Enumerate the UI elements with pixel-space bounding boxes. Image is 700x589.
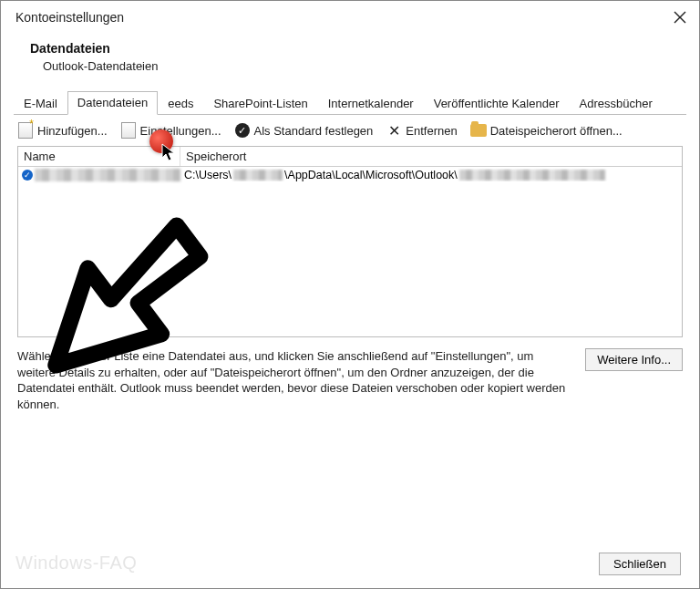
- default-check-icon: ✓: [18, 170, 35, 181]
- datafiles-list[interactable]: Name Speicherort ✓ C:\Users\ \AppData\Lo…: [17, 146, 683, 337]
- close-icon[interactable]: [672, 9, 688, 26]
- tab-feeds[interactable]: eeds: [158, 92, 203, 115]
- header-block: Datendateien Outlook-Datendateien: [1, 34, 699, 89]
- header-subtitle: Outlook-Datendateien: [30, 59, 670, 73]
- settings-button[interactable]: Einstellungen...: [120, 122, 221, 139]
- add-button[interactable]: Hinzufügen...: [17, 122, 108, 139]
- tab-internet-calendar[interactable]: Internetkalender: [318, 92, 424, 115]
- tabstrip: E-Mail Datendateien eeds SharePoint-List…: [14, 89, 686, 115]
- window-title: Kontoeinstellungen: [15, 10, 124, 25]
- col-name[interactable]: Name: [18, 147, 180, 166]
- hint-text: Wählen Sie in der Liste eine Datendatei …: [17, 348, 572, 412]
- settings-label: Einstellungen...: [140, 124, 221, 138]
- titlebar: Kontoeinstellungen: [1, 1, 699, 34]
- table-row[interactable]: ✓ C:\Users\ \AppData\Local\Microsoft\Out…: [18, 167, 682, 183]
- folder-open-icon: [470, 122, 487, 139]
- set-default-button[interactable]: ✓ Als Standard festlegen: [234, 122, 374, 139]
- header-title: Datendateien: [30, 41, 670, 56]
- row-name-blurred: [35, 169, 180, 181]
- loc-tail-blurred: [459, 170, 605, 181]
- page-gear-icon: [120, 122, 137, 139]
- open-location-button[interactable]: Dateispeicherort öffnen...: [470, 122, 623, 139]
- loc-mid: \AppData\Local\Microsoft\Outlook\: [284, 169, 458, 181]
- close-button[interactable]: Schließen: [599, 553, 681, 575]
- tab-address-books[interactable]: Adressbücher: [570, 92, 663, 115]
- check-circle-icon: ✓: [234, 122, 251, 139]
- hint-row: Wählen Sie in der Liste eine Datendatei …: [1, 337, 699, 419]
- add-label: Hinzufügen...: [37, 124, 108, 138]
- toolbar: Hinzufügen... Einstellungen... ✓ Als Sta…: [1, 115, 699, 146]
- col-location[interactable]: Speicherort: [180, 147, 682, 166]
- tab-sharepoint[interactable]: SharePoint-Listen: [203, 92, 317, 115]
- more-info-button[interactable]: Weitere Info...: [585, 348, 683, 371]
- setdefault-label: Als Standard festlegen: [254, 124, 374, 138]
- row-location: C:\Users\ \AppData\Local\Microsoft\Outlo…: [184, 169, 682, 181]
- tab-published-calendars[interactable]: Veröffentlichte Kalender: [424, 92, 570, 115]
- remove-label: Entfernen: [406, 124, 457, 138]
- openloc-label: Dateispeicherort öffnen...: [490, 124, 623, 138]
- list-header: Name Speicherort: [18, 147, 682, 167]
- tab-datafiles[interactable]: Datendateien: [67, 91, 158, 115]
- page-add-icon: [17, 122, 34, 139]
- remove-x-icon: ✕: [386, 122, 402, 139]
- remove-button[interactable]: ✕ Entfernen: [386, 122, 457, 139]
- bottom-bar: Schließen: [1, 539, 699, 588]
- loc-prefix: C:\Users\: [184, 169, 232, 181]
- loc-user-blurred: [233, 170, 283, 181]
- tab-email[interactable]: E-Mail: [14, 92, 67, 115]
